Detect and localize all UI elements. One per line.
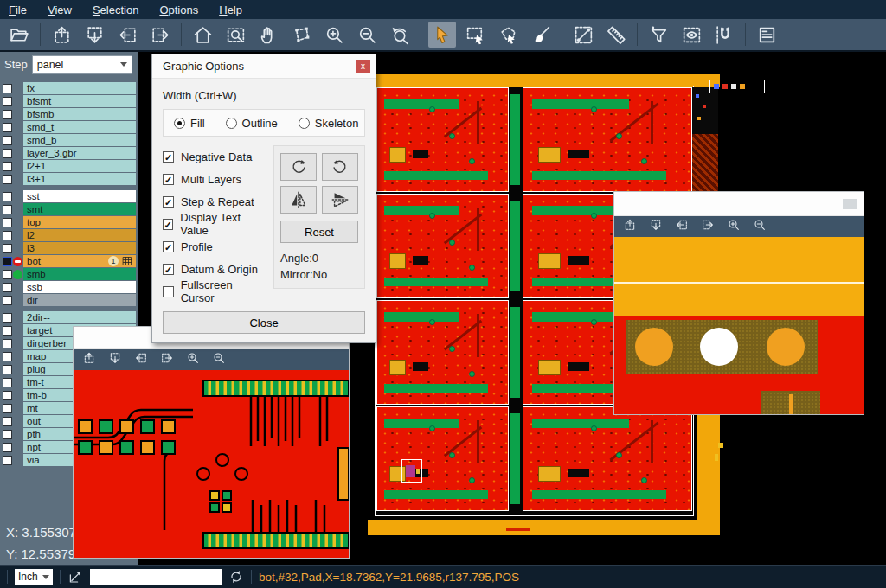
dialog-title-bar[interactable]: Graphic Options x — [152, 54, 376, 79]
pan-left-button[interactable] — [134, 351, 148, 368]
checkbox-step-repeat[interactable]: ✓Step & Repeat — [163, 190, 266, 213]
pan-right-button[interactable] — [146, 22, 174, 48]
mirror-vertical-button[interactable] — [322, 186, 358, 214]
layer-checkbox[interactable] — [3, 339, 12, 348]
layer-name[interactable]: l3 — [23, 242, 136, 254]
layer-checkbox[interactable] — [3, 192, 12, 201]
mirror-horizontal-button[interactable] — [280, 186, 317, 214]
layers-panel-button[interactable] — [753, 22, 780, 48]
magnifier-window-top[interactable] — [614, 192, 864, 414]
layer-checkbox[interactable] — [3, 110, 12, 119]
pan-up-button[interactable] — [82, 351, 96, 368]
layer-checkbox[interactable] — [3, 218, 12, 227]
close-icon[interactable]: x — [356, 60, 370, 73]
window-button-icon[interactable] — [843, 199, 857, 209]
brush-button[interactable] — [527, 22, 555, 48]
magnifier-view[interactable] — [614, 237, 864, 414]
layer-name[interactable]: smb — [23, 268, 136, 280]
layer-name[interactable]: ssb — [23, 281, 136, 293]
command-input[interactable] — [90, 569, 222, 585]
pan-left-button[interactable] — [113, 22, 141, 48]
view-options-button[interactable] — [677, 22, 705, 48]
layer-checkbox[interactable] — [3, 430, 12, 439]
layer-checkbox[interactable] — [3, 84, 12, 93]
pan-right-button[interactable] — [701, 218, 715, 235]
layer-checkbox[interactable] — [3, 270, 12, 279]
checkbox-negative-data[interactable]: ✓Negative Data — [163, 145, 266, 168]
layer-checkbox[interactable] — [3, 283, 12, 292]
menu-item-view[interactable]: View — [48, 3, 72, 16]
open-folder-button[interactable] — [5, 22, 33, 48]
zoom-out-button[interactable] — [212, 351, 226, 368]
measure-ruler-button[interactable] — [602, 22, 630, 48]
layer-checkbox[interactable] — [3, 365, 12, 374]
pan-down-button[interactable] — [649, 218, 663, 235]
menu-item-options[interactable]: Options — [159, 3, 198, 16]
layer-checkbox[interactable] — [3, 296, 12, 305]
menu-item-selection[interactable]: Selection — [93, 3, 138, 16]
layer-checkbox[interactable] — [3, 313, 12, 323]
layer-name[interactable]: l2 — [23, 229, 136, 241]
zoom-window-button[interactable] — [222, 22, 249, 48]
layer-checkbox[interactable] — [3, 136, 12, 145]
checkbox-profile[interactable]: ✓Profile — [163, 235, 266, 258]
layer-checkbox[interactable] — [3, 205, 12, 214]
close-button[interactable]: Close — [163, 311, 365, 334]
layer-checkbox[interactable] — [3, 456, 12, 465]
layer-name[interactable]: smd_t — [23, 121, 136, 133]
magnifier-view[interactable] — [74, 370, 349, 558]
layer-name[interactable]: bfsmb — [23, 108, 136, 120]
layer-checkbox[interactable] — [3, 162, 12, 171]
zoom-out-button[interactable] — [353, 22, 381, 48]
layer-checkbox[interactable] — [3, 326, 12, 336]
radio-fill[interactable]: Fill — [174, 117, 205, 130]
layer-checkbox[interactable] — [3, 123, 12, 132]
layer-name[interactable]: bot1 — [23, 255, 136, 267]
layer-checkbox[interactable] — [3, 244, 12, 253]
home-button[interactable] — [189, 22, 216, 48]
step-select[interactable]: panel — [32, 55, 132, 74]
sync-icon[interactable] — [228, 569, 244, 585]
layer-name[interactable]: bfsmt — [23, 95, 136, 107]
checkbox-datum-origin[interactable]: ✓Datum & Origin — [163, 258, 266, 280]
layer-checkbox[interactable] — [3, 417, 12, 426]
layer-name[interactable]: l2+1 — [23, 160, 136, 172]
layer-checkbox[interactable] — [3, 257, 12, 266]
menu-item-help[interactable]: Help — [219, 3, 242, 16]
pan-up-button[interactable] — [48, 22, 75, 48]
checkbox-multi-layers[interactable]: ✓Multi Layers — [163, 168, 266, 190]
layer-checkbox[interactable] — [3, 391, 12, 400]
layer-checkbox[interactable] — [3, 175, 12, 184]
layer-name[interactable]: top — [23, 216, 136, 228]
menu-item-file[interactable]: File — [9, 3, 27, 16]
pan-down-button[interactable] — [108, 351, 122, 368]
layer-name[interactable]: 2dir-- — [23, 311, 136, 323]
layer-checkbox[interactable] — [3, 443, 12, 452]
filter-button[interactable] — [645, 22, 672, 48]
pan-right-button[interactable] — [160, 351, 174, 368]
pan-up-button[interactable] — [623, 218, 637, 235]
layer-checkbox[interactable] — [3, 149, 12, 158]
select-polygon-button[interactable] — [494, 22, 522, 48]
measure-distance-button[interactable] — [569, 22, 597, 48]
reset-button[interactable]: Reset — [280, 220, 358, 243]
layer-name[interactable]: fx — [23, 82, 136, 94]
snap-button[interactable] — [710, 22, 738, 48]
layer-checkbox[interactable] — [3, 231, 12, 240]
layer-name[interactable]: l3+1 — [23, 173, 136, 185]
zoom-in-button[interactable] — [727, 218, 741, 235]
rotate-cw-button[interactable] — [280, 153, 317, 181]
zoom-out-button[interactable] — [753, 218, 767, 235]
layer-name[interactable]: dir — [23, 294, 136, 306]
checkbox-fullscreen-cursor[interactable]: Fullscreen Cursor — [163, 280, 266, 303]
layer-checkbox[interactable] — [3, 404, 12, 413]
radio-skeleton[interactable]: Skeleton — [299, 117, 359, 130]
layer-name[interactable]: layer_3.gbr — [23, 147, 136, 159]
unit-select[interactable]: Inch — [15, 569, 53, 585]
pan-left-button[interactable] — [675, 218, 689, 235]
layer-checkbox[interactable] — [3, 352, 12, 361]
magnifier-title-bar[interactable] — [614, 192, 864, 216]
rotate-ccw-button[interactable] — [322, 153, 358, 181]
select-cursor-button[interactable] — [428, 22, 456, 48]
layer-name[interactable]: smt — [23, 203, 136, 215]
